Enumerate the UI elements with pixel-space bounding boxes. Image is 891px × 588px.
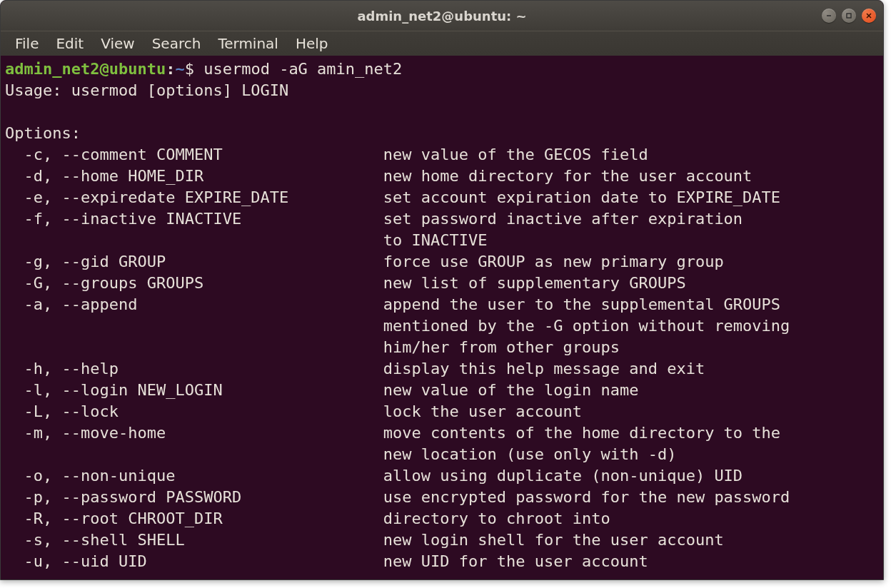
terminal-window: admin_net2@ubuntu: ~ FileEditViewSearchT… <box>0 0 884 580</box>
option-flags: -g, --gid GROUP <box>5 251 383 273</box>
option-flags: -p, --password PASSWORD <box>5 487 383 508</box>
option-row-cont: new location (use only with -d) <box>5 444 879 465</box>
options-block: -c, --comment COMMENTnew value of the GE… <box>5 144 879 572</box>
option-flags: -c, --comment COMMENT <box>5 144 383 166</box>
option-row: -g, --gid GROUPforce use GROUP as new pr… <box>5 251 879 273</box>
option-desc: set password inactive after expiration <box>383 208 742 230</box>
option-row: -s, --shell SHELLnew login shell for the… <box>5 529 879 551</box>
option-desc: display this help message and exit <box>383 358 705 380</box>
option-flags: -a, --append <box>5 294 383 315</box>
option-flags: -u, --uid UID <box>5 551 383 572</box>
terminal-body[interactable]: admin_net2@ubuntu:~$ usermod -aG amin_ne… <box>1 56 883 579</box>
menu-view[interactable]: View <box>94 32 141 55</box>
option-desc-cont: to INACTIVE <box>383 230 488 251</box>
menu-help[interactable]: Help <box>288 32 336 55</box>
option-desc: move contents of the home directory to t… <box>383 422 780 444</box>
option-row: -f, --inactive INACTIVEset password inac… <box>5 208 879 230</box>
window-title: admin_net2@ubuntu: ~ <box>1 9 883 24</box>
option-desc: directory to chroot into <box>383 508 610 529</box>
prompt-path: ~ <box>175 60 184 78</box>
option-flags: -L, --lock <box>5 401 383 422</box>
close-button[interactable] <box>862 9 876 23</box>
menu-file[interactable]: File <box>8 32 46 55</box>
maximize-button[interactable] <box>842 9 856 23</box>
option-desc: new value of the login name <box>383 380 639 401</box>
option-row: -h, --helpdisplay this help message and … <box>5 358 879 380</box>
prompt-sigil: $ <box>185 60 194 78</box>
option-flags: -l, --login NEW_LOGIN <box>5 380 383 401</box>
option-row: -G, --groups GROUPSnew list of supplemen… <box>5 273 879 294</box>
prompt-sep: : <box>166 60 175 78</box>
window-controls <box>822 9 876 23</box>
option-flags: -s, --shell SHELL <box>5 529 383 551</box>
menu-search[interactable]: Search <box>145 32 208 55</box>
option-row: -c, --comment COMMENTnew value of the GE… <box>5 144 879 166</box>
command-text: usermod -aG amin_net2 <box>203 60 402 78</box>
option-flags: -h, --help <box>5 358 383 380</box>
minimize-icon <box>825 12 832 19</box>
option-desc: new home directory for the user account <box>383 166 752 187</box>
option-desc-cont: him/her from other groups <box>383 337 620 358</box>
option-desc: set account expiration date to EXPIRE_DA… <box>383 187 780 208</box>
option-row: -o, --non-uniqueallow using duplicate (n… <box>5 465 879 487</box>
option-desc: new login shell for the user account <box>383 529 724 551</box>
options-heading: Options: <box>5 124 81 142</box>
option-row: -R, --root CHROOT_DIRdirectory to chroot… <box>5 508 879 529</box>
option-desc: new value of the GECOS field <box>383 144 648 166</box>
option-flags: -G, --groups GROUPS <box>5 273 383 294</box>
option-row: -l, --login NEW_LOGINnew value of the lo… <box>5 380 879 401</box>
titlebar: admin_net2@ubuntu: ~ <box>1 1 883 31</box>
option-desc-cont: new location (use only with -d) <box>383 444 677 465</box>
usage-line: Usage: usermod [options] LOGIN <box>5 81 288 99</box>
menu-edit[interactable]: Edit <box>49 32 91 55</box>
option-desc: allow using duplicate (non-unique) UID <box>383 465 742 487</box>
prompt-userhost: admin_net2@ubuntu <box>5 60 166 78</box>
menu-terminal[interactable]: Terminal <box>211 32 286 55</box>
option-flags: -e, --expiredate EXPIRE_DATE <box>5 187 383 208</box>
option-row: -a, --appendappend the user to the suppl… <box>5 294 879 315</box>
svg-rect-1 <box>847 14 851 18</box>
option-row: -m, --move-homemove contents of the home… <box>5 422 879 444</box>
option-flags: -m, --move-home <box>5 422 383 444</box>
option-desc: new list of supplementary GROUPS <box>383 273 686 294</box>
close-icon <box>865 12 872 19</box>
option-row: -d, --home HOME_DIRnew home directory fo… <box>5 166 879 187</box>
option-desc: new UID for the user account <box>383 551 648 572</box>
option-desc: force use GROUP as new primary group <box>383 251 724 273</box>
option-row-cont: him/her from other groups <box>5 337 879 358</box>
option-flags: -d, --home HOME_DIR <box>5 166 383 187</box>
maximize-icon <box>845 12 852 19</box>
option-flags: -f, --inactive INACTIVE <box>5 208 383 230</box>
option-desc-cont: mentioned by the -G option without remov… <box>383 315 790 337</box>
option-row: -p, --password PASSWORDuse encrypted pas… <box>5 487 879 508</box>
option-flags: -R, --root CHROOT_DIR <box>5 508 383 529</box>
option-desc: append the user to the supplemental GROU… <box>383 294 780 315</box>
option-flags: -o, --non-unique <box>5 465 383 487</box>
option-desc: use encrypted password for the new passw… <box>383 487 790 508</box>
minimize-button[interactable] <box>822 9 836 23</box>
option-row-cont: to INACTIVE <box>5 230 879 251</box>
option-row: -e, --expiredate EXPIRE_DATEset account … <box>5 187 879 208</box>
option-row: -L, --locklock the user account <box>5 401 879 422</box>
option-desc: lock the user account <box>383 401 582 422</box>
option-row-cont: mentioned by the -G option without remov… <box>5 315 879 337</box>
menubar: FileEditViewSearchTerminalHelp <box>1 31 883 56</box>
option-row: -u, --uid UIDnew UID for the user accoun… <box>5 551 879 572</box>
